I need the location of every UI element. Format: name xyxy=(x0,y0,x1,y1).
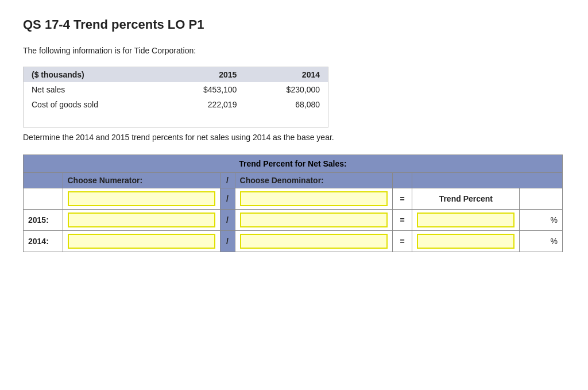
trend-percent-input-2015[interactable] xyxy=(417,213,514,227)
row-label: Cost of goods sold xyxy=(24,97,162,112)
numerator-input-cell-2014[interactable] xyxy=(63,231,220,252)
year-col-header xyxy=(24,173,63,188)
col-label-header: ($ thousands) xyxy=(24,67,162,82)
row-label: Net sales xyxy=(24,82,162,97)
trend-col-header xyxy=(412,173,563,188)
trend-percent-input-cell-2014[interactable] xyxy=(412,231,520,252)
equals-2014: = xyxy=(392,231,412,252)
denominator-input-cell-2015[interactable] xyxy=(235,210,392,231)
slash-2015: / xyxy=(220,210,235,231)
numerator-input-2015[interactable] xyxy=(68,213,215,227)
equals-col-header xyxy=(392,173,412,188)
numerator-input-2014[interactable] xyxy=(68,234,215,249)
trend-percent-input-cell-2015[interactable] xyxy=(412,210,520,231)
intro-text: The following information is for Tide Co… xyxy=(23,46,565,55)
numerator-input-cell-blank[interactable] xyxy=(63,188,220,210)
denominator-input-cell-2014[interactable] xyxy=(235,231,392,252)
numerator-input-cell-2015[interactable] xyxy=(63,210,220,231)
data-table-wrapper: ($ thousands) 2015 2014 Net sales $453,1… xyxy=(23,67,328,128)
row-val-2015: 222,019 xyxy=(162,97,245,112)
determine-text: Determine the 2014 and 2015 trend percen… xyxy=(23,133,565,142)
row-val-2014: 68,080 xyxy=(245,97,328,112)
numerator-input-blank[interactable] xyxy=(68,191,215,206)
answer-table: Trend Percent for Net Sales: Choose Nume… xyxy=(23,155,563,252)
answer-row-2014: 2014: / = % xyxy=(24,231,563,252)
answer-table-title-row: Trend Percent for Net Sales: xyxy=(24,155,563,173)
trend-percent-input-2014[interactable] xyxy=(417,234,514,249)
data-table-header-row: ($ thousands) 2015 2014 xyxy=(24,67,328,82)
numerator-col-header: Choose Numerator: xyxy=(63,173,220,188)
equals-blank: = xyxy=(392,188,412,210)
percent-sign-2014: % xyxy=(520,231,563,252)
denominator-input-cell-blank[interactable] xyxy=(235,188,392,210)
row-val-2015: $453,100 xyxy=(162,82,245,97)
col-2015-header: 2015 xyxy=(162,67,245,82)
percent-sign-2015: % xyxy=(520,210,563,231)
row-val-2014: $230,000 xyxy=(245,82,328,97)
answer-row-blank: / = Trend Percent xyxy=(24,188,563,210)
equals-2015: = xyxy=(392,210,412,231)
denominator-input-blank[interactable] xyxy=(240,191,388,206)
year-cell-2015: 2015: xyxy=(24,210,63,231)
page-title: QS 17-4 Trend percents LO P1 xyxy=(23,17,565,32)
answer-table-subheader-row: Choose Numerator: / Choose Denominator: xyxy=(24,173,563,188)
slash-col-header: / xyxy=(220,173,235,188)
year-cell-2014: 2014: xyxy=(24,231,63,252)
answer-table-title: Trend Percent for Net Sales: xyxy=(239,159,347,168)
denominator-col-header: Choose Denominator: xyxy=(235,173,392,188)
slash-2014: / xyxy=(220,231,235,252)
col-2014-header: 2014 xyxy=(245,67,328,82)
table-row: Net sales $453,100 $230,000 xyxy=(24,82,328,97)
answer-row-2015: 2015: / = % xyxy=(24,210,563,231)
denominator-input-2014[interactable] xyxy=(240,234,388,249)
percent-cell-blank xyxy=(520,188,563,210)
data-table: ($ thousands) 2015 2014 Net sales $453,1… xyxy=(24,67,328,112)
trend-percent-label-cell: Trend Percent xyxy=(412,188,520,210)
denominator-input-2015[interactable] xyxy=(240,213,388,227)
table-row: Cost of goods sold 222,019 68,080 xyxy=(24,97,328,112)
slash-blank: / xyxy=(220,188,235,210)
year-cell-blank xyxy=(24,188,63,210)
